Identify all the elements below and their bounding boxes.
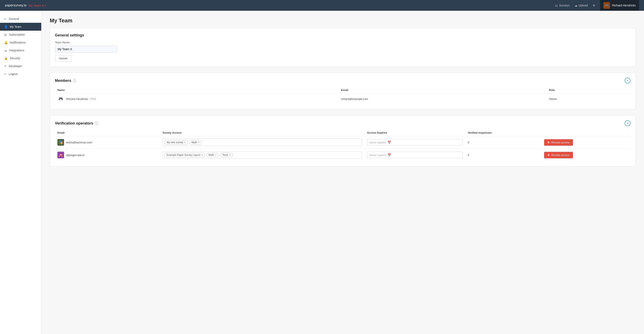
upload-icon: ☁ [574,4,578,7]
avatar-emoji: 🎮 [604,3,609,8]
upload-nav-link[interactable]: ☁ Upload [574,4,588,7]
verification-operators-section: Verification operators i + Email Survey … [50,115,636,166]
sidebar-label-developer: Developer [9,64,22,68]
operator-expires-cell-1: Never expires 📅 [364,136,465,149]
update-button[interactable]: Update [55,55,72,62]
subscription-icon: ▤ [4,33,7,36]
tag-close-icon[interactable]: × [184,141,186,144]
team-name-dropdown[interactable]: My Team X ▾ [28,4,46,7]
sidebar: ✏ General 👤 My Team ▤ Subscription 🔔 Not… [0,11,42,334]
table-row: 🎭 erlich@bachman.com My new survey × [55,136,630,149]
add-member-button[interactable]: + [625,78,630,84]
operator-expires-cell-2: Never expires 📅 [364,149,465,162]
operator-email-1: erlich@bachman.com [66,141,92,144]
avatar: 🎭 [58,139,64,146]
revoke-label-2: Revoke access [551,154,570,157]
general-icon: ✏ [4,17,7,20]
tag-close-icon[interactable]: × [201,154,203,156]
vcol-access-expires: Access Expires [364,130,465,136]
revoke-label-1: Revoke access [551,141,570,144]
topnav-right: 🗂 Surveys ☁ Upload ≡ 🎮 Richard Hendricks [555,0,639,11]
table-row: 🎪 l@pagecrawl.io Example Paper Survey La… [55,149,630,162]
surveys-icon: 🗂 [555,4,558,7]
upload-label: Upload [579,4,588,7]
trash-icon: 🗑 [548,141,550,144]
sidebar-label-my-team: My Team [10,25,22,28]
operator-surveys-cell-2: Example Paper Survey Layout × Math × Tes… [160,149,364,162]
topnav-left: papersurvey.io My Team X ▾ [5,4,46,7]
expires-input-1[interactable]: Never expires 📅 [367,139,463,146]
member-name: Richard Hendricks [66,98,88,100]
sidebar-item-subscription[interactable]: ▤ Subscription [0,31,41,38]
my-team-icon: 👤 [4,25,8,28]
tag-close-icon[interactable]: × [198,141,200,144]
sidebar-item-developer[interactable]: ✈ Developer [0,62,41,70]
expires-input-2[interactable]: Never expires 📅 [367,152,463,158]
app-logo: papersurvey.io [5,4,26,7]
sidebar-label-subscription: Subscription [9,33,25,36]
sidebar-item-logout[interactable]: ↩ Logout [0,70,41,78]
never-expires-label-2: Never expires [369,154,386,157]
vcol-verified-responses: Verified responses [465,130,542,136]
notifications-icon: 🔔 [4,41,8,44]
survey-tag: Test1 × [220,153,233,157]
verify-info-icon[interactable]: i [95,122,98,125]
logout-icon: ↩ [4,72,7,76]
operator-email-2: l@pagecrawl.io [66,154,84,157]
user-name: Richard Hendricks [612,4,636,7]
chevron-down-icon: ▾ [45,4,46,7]
sidebar-item-integrations[interactable]: ☁ Integrations [0,46,41,54]
surveys-nav-link[interactable]: 🗂 Surveys [555,4,570,7]
tag-close-icon[interactable]: × [230,154,231,156]
general-settings-section: General settings Team Name : Update [50,28,636,67]
sidebar-item-notifications[interactable]: 🔔 Notifications [0,38,41,46]
revoke-access-button-1[interactable]: 🗑 Revoke access [544,139,573,146]
sidebar-item-general[interactable]: ✏ General [0,15,41,23]
tag-close-icon[interactable]: × [215,154,216,156]
survey-tags-2: Example Paper Survey Layout × Math × Tes… [162,151,362,159]
tag-label: Math [208,154,214,156]
tag-label: Example Paper Survey Layout [166,154,200,156]
general-settings-title: General settings [55,33,630,38]
verify-header-row: Email Survey Access Access Expires Verif… [55,130,630,136]
revoke-access-button-2[interactable]: 🗑 Revoke access [544,152,573,158]
avatar: 🎮 [58,96,64,102]
table-row: 🎮 Richard Hendricks (You) richard@exampl… [55,94,630,104]
never-expires-label-1: Never expires [369,141,386,144]
sidebar-item-my-team[interactable]: 👤 My Team [0,23,41,31]
members-info-icon[interactable]: i [73,79,76,82]
team-name-input[interactable] [55,46,117,53]
top-navigation: papersurvey.io My Team X ▾ 🗂 Surveys ☁ U… [0,0,644,11]
app-body: ✏ General 👤 My Team ▤ Subscription 🔔 Not… [0,11,644,334]
verify-section-header: Verification operators i + [55,120,630,126]
member-name-cell: 🎮 Richard Hendricks (You) [55,94,338,104]
operator-verified-cell-2: 0 [465,149,542,162]
team-name-field-label: Team Name : [55,41,630,44]
operator-email-cell-2: 🎪 l@pagecrawl.io [55,149,160,162]
hamburger-menu[interactable]: ≡ [593,3,595,8]
member-role-cell: Owner [546,94,630,104]
sidebar-item-security[interactable]: 🔒 Security [0,54,41,62]
tag-label: My new survey [166,141,183,144]
calendar-icon: 📅 [388,141,391,144]
survey-tag: Math × [189,140,202,144]
tag-label: Math [192,141,197,144]
page-title: My Team [50,18,636,24]
add-operator-button[interactable]: + [625,120,630,126]
members-section: Members i + Name Email Role [50,72,636,110]
operator-actions-cell-2: 🗑 Revoke access [542,149,630,162]
member-cell: 🎮 Richard Hendricks (You) [58,96,336,102]
sidebar-label-notifications: Notifications [10,41,26,44]
survey-tag: My new survey × [164,140,188,144]
members-table-header-row: Name Email Role [55,87,630,94]
sidebar-label-logout: Logout [9,72,18,76]
vcol-email: Email [55,130,160,136]
col-name: Name [55,87,338,94]
surveys-label: Surveys [559,4,570,7]
col-role: Role [546,87,630,94]
operator-email-cell-1: 🎭 erlich@bachman.com [55,136,160,149]
survey-tag: Math × [206,153,219,157]
operator-surveys-cell-1: My new survey × Math × [160,136,364,149]
survey-tag: Example Paper Survey Layout × [164,153,205,157]
operator-cell-2: 🎪 l@pagecrawl.io [58,152,158,158]
